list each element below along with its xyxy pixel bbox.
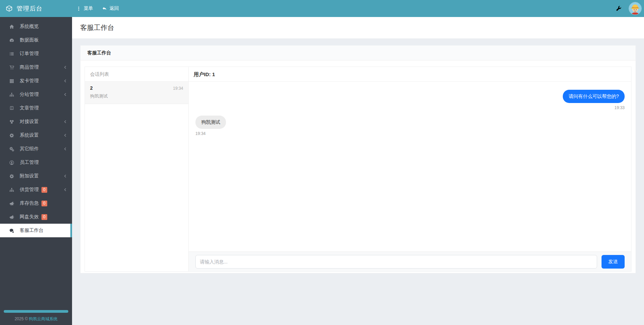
sitemap-icon [9, 187, 14, 192]
sidebar-item-label: 对接设置 [20, 119, 39, 125]
sidebar-item-other-components[interactable]: 其它组件 [0, 142, 72, 156]
chevron-left-icon [63, 147, 67, 151]
list-icon [9, 51, 14, 56]
sidebar-item-label: 数据面板 [20, 37, 39, 43]
chat-messages: 请问有什么可以帮您的?19:33狗凯测试19:34 [189, 82, 631, 252]
message-bubble: 请问有什么可以帮您的? [563, 90, 625, 103]
sidebar-item-integration-settings[interactable]: 对接设置 [0, 115, 72, 129]
conversation-list: 219:34狗凯测试 [85, 82, 188, 104]
sidebar-item-substation-management[interactable]: 分站管理 [0, 88, 72, 101]
chat-message-out: 请问有什么可以帮您的?19:33 [195, 90, 625, 110]
sidebar-item-card-management[interactable]: 发卡管理 [0, 74, 72, 88]
gear-icon [9, 133, 14, 138]
chevron-left-icon [63, 65, 67, 69]
bullhorn-icon [9, 215, 14, 220]
sidebar: 系统概览数据面板订单管理商品管理发卡管理分站管理文章管理对接设置系统设置其它组件… [0, 17, 72, 325]
chevron-left-icon [63, 174, 67, 178]
sidebar-item-data-panel[interactable]: 数据面板 [0, 33, 72, 47]
comments-icon [9, 228, 14, 233]
gear-icon [9, 174, 14, 179]
sidebar-item-label: 附加设置 [20, 173, 39, 179]
dashboard-icon [9, 38, 14, 43]
bullhorn-icon [9, 201, 14, 206]
sidebar-item-label: 发卡管理 [20, 78, 39, 84]
chevron-left-icon [63, 188, 67, 192]
cube-icon [6, 5, 13, 12]
card-title: 客服工作台 [81, 46, 636, 61]
message-bubble: 狗凯测试 [195, 116, 226, 129]
sidebar-item-product-management[interactable]: 商品管理 [0, 61, 72, 74]
top-header: 管理后台 菜单返回 [0, 0, 644, 17]
chat-column: 用户ID: 1 请问有什么可以帮您的?19:33狗凯测试19:34 发送 [189, 67, 631, 271]
menu-dots-icon [76, 6, 81, 11]
chevron-left-icon [63, 120, 67, 124]
user-icon [9, 160, 14, 165]
conversation-preview: 狗凯测试 [90, 93, 183, 99]
chevron-left-icon [63, 79, 67, 83]
nodes-icon [9, 119, 14, 124]
send-button[interactable]: 发送 [602, 255, 625, 269]
sidebar-item-system-overview[interactable]: 系统概览 [0, 20, 72, 33]
grid-icon [9, 79, 14, 84]
reply-icon [102, 6, 107, 11]
conversation-row: 219:34 [90, 85, 183, 91]
chevron-left-icon [63, 133, 67, 137]
home-icon [9, 24, 14, 29]
copyright: 2025 © 狗凯云商城系统 [0, 316, 72, 322]
conversation-column: 会话列表 219:34狗凯测试 [85, 67, 189, 271]
header-nav-menu-toggle[interactable]: 菜单 [76, 5, 93, 12]
app-title: 管理后台 [17, 4, 42, 13]
conversation-time: 19:34 [173, 86, 183, 91]
sidebar-item-label: 库存告急 [20, 200, 39, 206]
chat-input-bar: 发送 [189, 252, 631, 271]
page-title-bar: 客服工作台 [72, 17, 644, 38]
sidebar-item-label: 订单管理 [20, 51, 39, 57]
conversation-list-header: 会话列表 [85, 67, 188, 82]
main-area: 客服工作台 客服工作台 会话列表 219:34狗凯测试 用户ID: 1 请问有什… [72, 0, 644, 280]
sidebar-item-system-settings[interactable]: 系统设置 [0, 129, 72, 142]
sidebar-item-additional-settings[interactable]: 附加设置 [0, 169, 72, 183]
sidebar-item-label: 分站管理 [20, 91, 39, 98]
wrench-icon[interactable] [616, 5, 622, 12]
sidebar-item-label: 网盘失效 [20, 214, 39, 220]
copyright-year: 2025 © [15, 317, 28, 321]
count-badge: 0 [41, 187, 47, 193]
header-nav-label: 菜单 [84, 5, 93, 12]
sidebar-item-label: 系统设置 [20, 132, 39, 138]
sidebar-item-label: 系统概览 [20, 23, 39, 30]
sidebar-item-article-management[interactable]: 文章管理 [0, 101, 72, 115]
header-nav-back[interactable]: 返回 [102, 5, 119, 12]
message-input[interactable] [195, 255, 597, 269]
conversation-item[interactable]: 219:34狗凯测试 [85, 82, 188, 104]
sidebar-item-stock-alert[interactable]: 库存告急0 [0, 196, 72, 210]
content: 客服工作台 会话列表 219:34狗凯测试 用户ID: 1 请问有什么可以帮您的… [72, 38, 644, 280]
count-badge: 0 [41, 201, 47, 206]
article-icon [9, 106, 14, 111]
app-brand: 管理后台 [0, 0, 72, 17]
sidebar-item-netdisk-invalid[interactable]: 网盘失效0 [0, 210, 72, 224]
chat-message-in: 狗凯测试19:34 [195, 116, 625, 136]
sidebar-item-staff-management[interactable]: 员工管理 [0, 156, 72, 169]
sidebar-item-supply-management[interactable]: 供货管理0 [0, 183, 72, 196]
sidebar-item-service-workbench[interactable]: 客服工作台 [0, 224, 72, 237]
sidebar-item-label: 供货管理 [20, 187, 39, 193]
sidebar-footer-bar [4, 310, 68, 313]
sidebar-item-label: 客服工作台 [20, 227, 43, 234]
sidebar-item-label: 文章管理 [20, 105, 39, 111]
workbench-card: 客服工作台 会话列表 219:34狗凯测试 用户ID: 1 请问有什么可以帮您的… [80, 45, 636, 273]
header-nav: 菜单返回 [76, 5, 128, 12]
cart-icon [9, 65, 14, 70]
cogs-icon [9, 147, 14, 152]
chevron-left-icon [63, 92, 67, 97]
message-time: 19:34 [195, 131, 625, 136]
sidebar-menu: 系统概览数据面板订单管理商品管理发卡管理分站管理文章管理对接设置系统设置其它组件… [0, 17, 72, 237]
header-nav-label: 返回 [109, 5, 119, 12]
user-avatar[interactable] [629, 2, 642, 15]
brand-link[interactable]: 狗凯云商城系统 [29, 317, 57, 321]
header-right [616, 2, 644, 15]
sidebar-item-order-management[interactable]: 订单管理 [0, 47, 72, 61]
card-body: 会话列表 219:34狗凯测试 用户ID: 1 请问有什么可以帮您的?19:33… [81, 61, 636, 273]
chat-panel: 会话列表 219:34狗凯测试 用户ID: 1 请问有什么可以帮您的?19:33… [85, 67, 631, 272]
sidebar-item-label: 员工管理 [20, 159, 39, 166]
count-badge: 0 [41, 214, 47, 220]
